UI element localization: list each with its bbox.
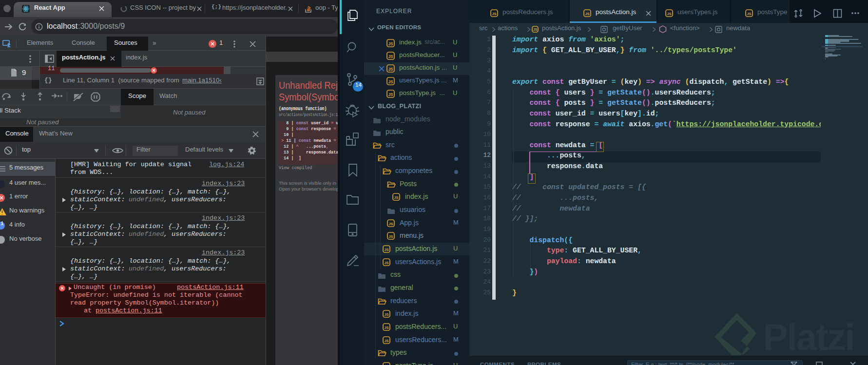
svg-text:JS: JS bbox=[388, 80, 394, 84]
svg-text:JS: JS bbox=[388, 42, 394, 46]
svg-text:JS: JS bbox=[388, 55, 394, 59]
svg-text:JS: JS bbox=[384, 326, 388, 330]
svg-text:JS: JS bbox=[492, 12, 496, 16]
svg-text:JS: JS bbox=[747, 12, 751, 16]
svg-text:JS: JS bbox=[394, 195, 398, 200]
svg-text:JS: JS bbox=[667, 12, 671, 16]
svg-text:JS: JS bbox=[585, 12, 589, 16]
svg-text:JS: JS bbox=[388, 221, 393, 226]
svg-text:JS: JS bbox=[384, 312, 388, 317]
svg-text:JS: JS bbox=[388, 67, 394, 72]
svg-text:JS: JS bbox=[384, 260, 388, 265]
svg-text:JS: JS bbox=[388, 93, 394, 97]
svg-text:JS: JS bbox=[384, 338, 388, 343]
svg-text:JS: JS bbox=[388, 234, 393, 239]
svg-text:JS: JS bbox=[384, 248, 388, 252]
svg-text:JS: JS bbox=[533, 28, 538, 31]
